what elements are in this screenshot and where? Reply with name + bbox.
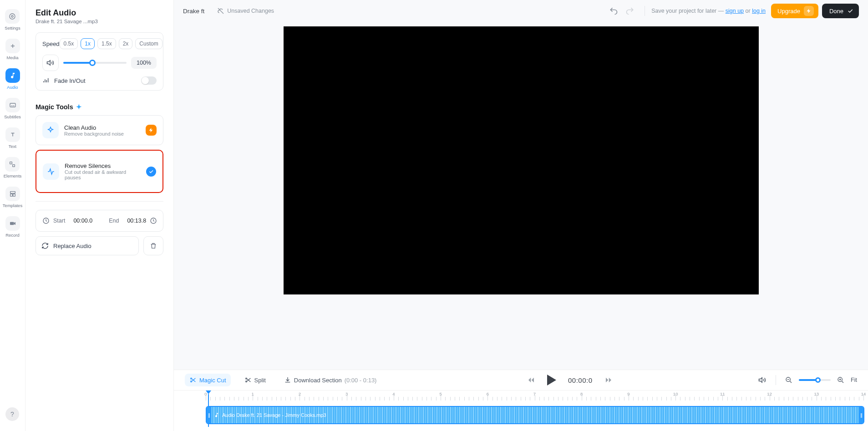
nav-media[interactable]: Media xyxy=(5,39,20,60)
scissors-icon xyxy=(244,376,252,384)
end-value[interactable]: 00:13.8 xyxy=(127,218,146,224)
zoom-in-button[interactable] xyxy=(837,376,844,384)
speed-1-5x[interactable]: 1.5x xyxy=(97,38,116,49)
check-icon xyxy=(847,8,853,14)
speed-pills: 0.5x 1x 1.5x 2x Custom xyxy=(60,38,162,49)
toggle-knob xyxy=(142,77,149,84)
svg-point-1 xyxy=(10,14,15,19)
nav-templates[interactable]: Templates xyxy=(3,187,22,208)
volume-percent: 100% xyxy=(131,57,157,69)
panel-subtitle: Drake ft. 21 Savage ...mp3 xyxy=(36,19,163,24)
nav-audio[interactable]: Audio xyxy=(5,68,20,90)
templates-icon xyxy=(5,187,20,201)
nav-record[interactable]: Record xyxy=(5,216,20,238)
timeline: 01234567891011121314 ‖ Audio Drake ft. 2… xyxy=(174,390,868,431)
panel-title: Edit Audio xyxy=(36,8,163,18)
audio-icon xyxy=(5,68,20,83)
divider xyxy=(36,201,163,202)
clock-icon xyxy=(42,217,50,224)
download-section-button[interactable]: Download Section(0:00 - 0:13) xyxy=(279,374,381,386)
refresh-icon xyxy=(41,242,49,249)
clip-start-handle[interactable]: ‖ xyxy=(207,407,211,423)
magic-cut-button[interactable]: Magic Cut xyxy=(185,374,231,386)
nav-elements[interactable]: Elements xyxy=(4,157,22,178)
nav-label: Elements xyxy=(4,173,22,178)
scissors-sparkle-icon xyxy=(189,376,197,384)
zoom-knob[interactable] xyxy=(815,377,821,383)
bars-icon xyxy=(42,77,50,84)
replace-audio-button[interactable]: Replace Audio xyxy=(36,236,139,255)
plus-icon xyxy=(5,39,20,53)
bolt-badge xyxy=(146,125,157,136)
audio-clip[interactable]: ‖ Audio Drake ft. 21 Savage - Jimmy Cook… xyxy=(206,406,864,424)
video-preview[interactable] xyxy=(284,26,759,294)
split-button[interactable]: Split xyxy=(240,374,270,386)
delete-button[interactable] xyxy=(143,236,163,255)
nav-label: Subtitles xyxy=(4,114,20,119)
signup-link[interactable]: sign up xyxy=(726,8,744,14)
login-link[interactable]: log in xyxy=(752,8,766,14)
help-button[interactable]: ? xyxy=(5,407,19,421)
play-button[interactable] xyxy=(547,375,556,385)
check-badge xyxy=(146,167,156,177)
nav-label: Settings xyxy=(5,25,20,30)
volume-slider[interactable] xyxy=(63,62,127,64)
upgrade-button[interactable]: Upgrade xyxy=(771,4,818,18)
tool-title: Clean Audio xyxy=(64,124,140,131)
speed-1x[interactable]: 1x xyxy=(81,38,95,49)
done-button[interactable]: Done xyxy=(822,4,859,18)
fit-button[interactable]: Fit xyxy=(851,377,857,383)
svg-rect-7 xyxy=(13,194,15,196)
nav-label: Media xyxy=(7,55,19,60)
topbar: Drake ft Unsaved Changes Save your proje… xyxy=(174,0,868,22)
clip-end-handle[interactable]: ‖ xyxy=(859,407,863,423)
main: Drake ft Unsaved Changes Save your proje… xyxy=(174,0,868,431)
undo-button[interactable] xyxy=(605,5,622,17)
start-value[interactable]: 00:00.0 xyxy=(73,218,92,224)
edit-audio-panel: Edit Audio Drake ft. 21 Savage ...mp3 Sp… xyxy=(25,0,174,431)
clip-label: Audio Drake ft. 21 Savage - Jimmy Cooks.… xyxy=(214,412,326,418)
svg-rect-4 xyxy=(13,165,15,167)
download-icon xyxy=(284,376,291,384)
nav-text[interactable]: Text xyxy=(5,127,20,149)
unsaved-indicator: Unsaved Changes xyxy=(217,7,274,15)
sparkle-icon xyxy=(42,122,59,138)
time-range-card: Start 00:00.0 End 00:13.8 xyxy=(36,210,163,232)
svg-point-11 xyxy=(191,378,192,379)
speed-2x[interactable]: 2x xyxy=(119,38,133,49)
tool-sub: Cut out dead air & awkward pauses xyxy=(65,169,141,180)
fade-toggle[interactable] xyxy=(141,76,157,85)
nav-subtitles[interactable]: Subtitles xyxy=(4,98,20,119)
separator xyxy=(645,6,645,16)
playback-card: Speed 0.5x 1x 1.5x 2x Custom 100% Fade I… xyxy=(36,32,163,91)
svg-rect-2 xyxy=(10,103,15,107)
separator xyxy=(776,375,776,385)
cloud-off-icon xyxy=(217,7,224,15)
svg-rect-5 xyxy=(10,192,15,193)
clock-icon xyxy=(150,217,157,224)
volume-icon[interactable] xyxy=(42,55,59,71)
slider-knob[interactable] xyxy=(89,60,96,66)
left-nav: Settings Media Audio Subtitles Text Elem… xyxy=(0,0,25,431)
svg-point-0 xyxy=(11,15,13,17)
magic-tools-title: Magic Tools ✦ xyxy=(36,103,163,111)
ruler[interactable]: 01234567891011121314 xyxy=(174,390,868,404)
remove-silences-card[interactable]: Remove Silences Cut out dead air & awkwa… xyxy=(36,150,163,193)
zoom-out-button[interactable] xyxy=(785,376,792,384)
skip-forward-button[interactable] xyxy=(604,376,613,384)
redo-button[interactable] xyxy=(622,5,638,17)
nav-label: Audio xyxy=(7,85,18,90)
speed-0-5x[interactable]: 0.5x xyxy=(60,38,78,49)
project-title[interactable]: Drake ft xyxy=(183,8,204,15)
clean-audio-card[interactable]: Clean Audio Remove background noise xyxy=(36,115,163,145)
bottombar: Magic Cut Split Download Section(0:00 - … xyxy=(174,370,868,390)
sparkle-icon: ✦ xyxy=(76,103,82,111)
skip-back-button[interactable] xyxy=(527,376,535,384)
nav-settings[interactable]: Settings xyxy=(5,9,20,30)
zoom-slider[interactable] xyxy=(799,379,831,381)
volume-icon[interactable] xyxy=(758,376,766,384)
tool-title: Remove Silences xyxy=(65,162,141,169)
speed-custom[interactable]: Custom xyxy=(135,38,162,49)
save-prompt: Save your project for later — sign up or… xyxy=(651,8,766,14)
svg-rect-3 xyxy=(10,162,12,164)
